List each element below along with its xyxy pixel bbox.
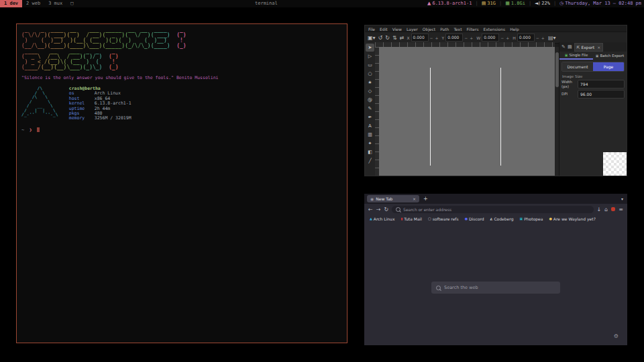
menu-text[interactable]: Text (453, 27, 462, 32)
dpiinput[interactable]: 96.00 (578, 90, 625, 99)
coord-label: W (476, 36, 480, 40)
downloads-button[interactable]: ↓ (597, 206, 602, 213)
status-text: 22% (541, 0, 550, 7)
close-icon[interactable]: × (597, 45, 600, 50)
browser-window[interactable]: ◉ New Tab × + ▾ ← → ↻ Search or enter ad… (364, 194, 627, 345)
menu-view[interactable]: View (392, 27, 402, 32)
increment-button[interactable]: + (435, 36, 439, 40)
measure-tool[interactable]: ╱ (366, 157, 374, 165)
decrement-button[interactable]: − (500, 36, 504, 40)
search-icon (396, 207, 400, 212)
reload-button[interactable]: ↻ (384, 206, 388, 213)
decrement-button[interactable]: − (535, 36, 540, 40)
workspace-tag-3[interactable]: 3 mux (44, 0, 66, 7)
shell-prompt[interactable]: ~ ❯ (21, 127, 342, 133)
node-editor-tool[interactable]: ▷ (366, 52, 374, 60)
snap-controls-dropdown[interactable]: ▤▾ (548, 35, 556, 41)
box3d-tool[interactable]: ◇ (366, 87, 374, 95)
terminal-window[interactable]: _ _ ____ __ ___ _____ __ __ ____ _ ( \/\… (16, 23, 347, 343)
menu-filters[interactable]: Filters (467, 27, 479, 32)
menu-file[interactable]: File (368, 27, 375, 32)
menu-object[interactable]: Object (423, 27, 436, 32)
bucket-fill-tool[interactable]: ◧ (366, 148, 374, 156)
personalize-gear-icon[interactable]: ⚙ (614, 333, 619, 339)
coord-y-input[interactable]: 0.000 (445, 34, 463, 42)
bookmark-software-refs[interactable]: ▢software refs (428, 217, 459, 221)
ellipse-tool[interactable]: ○ (366, 70, 374, 78)
gradient-tool[interactable]: ▥ (366, 131, 374, 139)
spiral-tool[interactable]: @ (366, 96, 374, 104)
status-module: ▲6.13.8-arch1-1 (427, 0, 472, 7)
menu-extensions[interactable]: Extensions (484, 27, 506, 32)
decrement-button[interactable]: − (464, 36, 468, 40)
increment-button[interactable]: + (469, 36, 474, 40)
pen-tool[interactable]: ✒ (366, 113, 374, 121)
list-all-tabs-icon[interactable]: ▾ (621, 196, 623, 201)
browser-tab-new-tab[interactable]: ◉ New Tab × (367, 195, 419, 202)
flip-horizontal-icon[interactable]: ⇄ (400, 35, 405, 41)
decrement-button[interactable]: − (429, 36, 434, 40)
flip-vertical-icon[interactable]: ⇅ (392, 35, 397, 41)
tab-single-file[interactable]: ▣Single File (559, 52, 593, 60)
search-icon (436, 286, 441, 290)
ublock-extension-icon[interactable] (611, 207, 615, 211)
menu-layer[interactable]: Layer (407, 27, 418, 32)
bookmark-arch-linux[interactable]: ▲Arch Linux (370, 217, 394, 221)
page-border-right (500, 68, 501, 166)
menu-path[interactable]: Path (440, 27, 449, 32)
rotate-ccw-icon[interactable]: ↺ (378, 35, 383, 41)
bookmark-are-we-wayland-yet-[interactable]: ●Are we Wayland yet? (549, 217, 595, 221)
volume-icon: ◄) (535, 0, 540, 7)
workspace-tag-1[interactable]: 1 dev (0, 0, 22, 7)
forward-button[interactable]: → (376, 206, 381, 213)
field-label: Width (px) (561, 80, 576, 88)
bookmarks-bar: ▲Arch Linux▮Tuta Mail▢software refs●Disc… (364, 215, 627, 223)
home-button[interactable]: ⌂ (604, 206, 608, 213)
increment-button[interactable]: + (541, 36, 545, 40)
tab-batch-export[interactable]: ▣Batch Export (593, 52, 627, 60)
rectangle-tool[interactable]: ▭ (366, 61, 374, 69)
coord-h-input[interactable]: 0.000 (517, 34, 535, 42)
selector-mode-dropdown[interactable]: ▣▾ (368, 35, 376, 41)
menu-help[interactable]: Help (510, 27, 519, 32)
bookmark-tuta-mail[interactable]: ▮Tuta Mail (400, 217, 421, 221)
url-bar[interactable]: Search or enter address (392, 206, 593, 213)
tab-close-icon[interactable]: × (413, 196, 416, 201)
document-button[interactable]: Document (562, 62, 593, 71)
text-tool[interactable]: A (366, 122, 374, 130)
workspace-tag-4[interactable]: □ (66, 0, 77, 7)
export-dialog-tab[interactable]: ⇱ Export × (574, 43, 604, 52)
fetch-value: 3256M / 32019M (95, 115, 131, 121)
inkscape-canvas[interactable] (379, 47, 555, 176)
export-mode-tabs: ▣Single File▣Batch Export (559, 52, 627, 60)
pencil-tool[interactable]: ✎ (366, 105, 374, 113)
coord-w-input[interactable]: 0.000 (482, 34, 499, 42)
coord-x-input[interactable]: 0.000 (411, 34, 429, 42)
menu-button[interactable]: ≡ (619, 206, 623, 213)
new-tab-page: Search the web ⚙ (364, 223, 627, 345)
coord-label: X (407, 36, 409, 40)
workspace-tag-2[interactable]: 2 web (22, 0, 44, 7)
status-separator: | (475, 0, 478, 7)
newtab-search-placeholder: Search the web (444, 285, 478, 290)
status-module: ◷Thursday, Mar 13 — 02:48 pm (559, 0, 641, 7)
dropper-tool[interactable]: ✦ (366, 139, 374, 147)
star-tool[interactable]: ★ (366, 78, 374, 86)
inkscape-window[interactable]: FileEditViewLayerObjectPathTextFiltersEx… (364, 25, 627, 176)
bookmark-favicon: ◭ (490, 217, 493, 221)
document-properties-icon[interactable]: ✎ (561, 44, 566, 50)
increment-button[interactable]: + (505, 36, 510, 40)
bookmark-codeberg[interactable]: ◭Codeberg (490, 217, 514, 221)
bookmark-discord[interactable]: ●Discord (465, 217, 484, 221)
newtab-search-box[interactable]: Search the web (431, 282, 560, 294)
back-button[interactable]: ← (368, 206, 373, 213)
selector-tool[interactable]: ➤ (366, 44, 374, 52)
urlbar-placeholder: Search or enter address (403, 207, 451, 212)
bookmark-photopea[interactable]: ▣Photopea (519, 217, 543, 221)
new-tab-button[interactable]: + (423, 196, 428, 202)
page-button[interactable]: Page (593, 62, 624, 71)
layers-panel-icon[interactable]: ▤ (568, 44, 572, 50)
rotate-cw-icon[interactable]: ↻ (385, 35, 390, 41)
width-px-input[interactable]: 794 (578, 80, 625, 88)
menu-edit[interactable]: Edit (380, 27, 388, 32)
